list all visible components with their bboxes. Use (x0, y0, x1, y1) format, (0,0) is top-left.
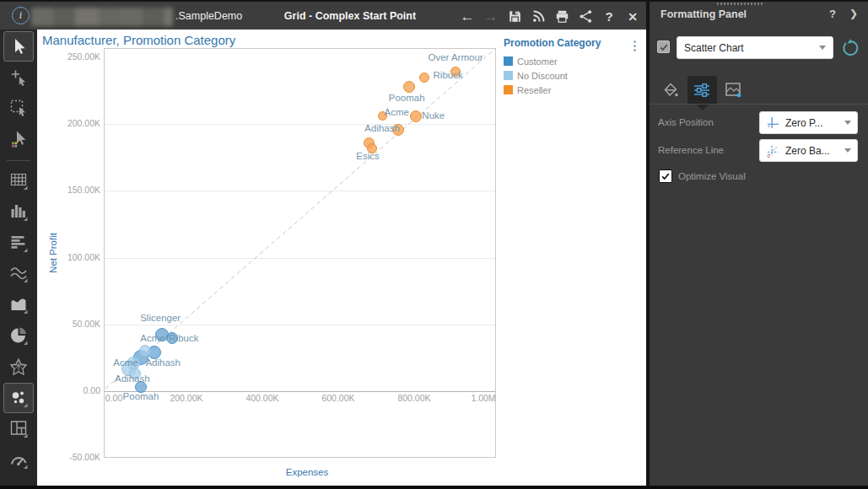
chart-title: Manufacturer, Promotion Category (42, 33, 235, 47)
rectangle-select-tool[interactable] (3, 93, 34, 123)
scatter-point-reseller[interactable] (367, 143, 377, 153)
paint-tab[interactable] (660, 79, 680, 99)
panel-title: Formatting Panel (660, 8, 747, 20)
legend-swatch (504, 71, 513, 80)
gauge-widget[interactable] (3, 444, 34, 475)
y-tick-label: 50.00K (41, 319, 100, 329)
treemap-widget-icon (8, 418, 29, 438)
rectangle-select-tool-icon (8, 98, 29, 118)
back-icon[interactable]: ← (458, 8, 477, 26)
legend-options-menu-icon[interactable] (633, 40, 636, 51)
x-axis-title: Expenses (248, 467, 366, 477)
chart-type-enabled-checkbox[interactable] (657, 40, 670, 53)
scatter-point-ribuck[interactable] (166, 332, 178, 344)
y-tick-label: 100.00K (41, 252, 100, 262)
multi-select-tool-icon (8, 129, 29, 149)
area-chart-widget[interactable] (3, 289, 34, 320)
zero-based-line-icon: 0 (766, 143, 780, 158)
axis-position-dropdown[interactable]: Zero P... (759, 111, 858, 134)
scatter-point-acme[interactable] (378, 111, 387, 121)
legend-label: Reseller (517, 85, 551, 95)
scatter-chart-widget-icon (8, 388, 29, 408)
scatter-point-adihash[interactable] (392, 124, 404, 136)
document-title: Grid - Complex Start Point (278, 10, 422, 22)
panel-collapse-icon[interactable]: ❯ (849, 8, 858, 19)
grid-widget[interactable] (3, 165, 34, 196)
pie-chart-widget[interactable] (3, 320, 34, 351)
legend-item-no-discount[interactable]: No Discount (504, 68, 630, 83)
chart-type-value: Scatter Chart (684, 42, 814, 54)
line-chart-widget-icon (8, 263, 29, 283)
x-tick-label: 0.00 (84, 393, 143, 403)
add-pointer-tool-icon (8, 67, 29, 88)
formatting-panel: Formatting Panel ? ❯ Scatter Chart (646, 0, 868, 486)
reference-line-value: Zero Ba... (785, 145, 839, 157)
x-tick-label: 800.00K (385, 393, 444, 403)
hbar-chart-widget-icon (8, 233, 29, 253)
title-bar: i .SampleDemo Grid - Complex Start Point… (0, 0, 646, 30)
svg-text:0: 0 (767, 153, 770, 158)
panel-grip[interactable] (717, 3, 763, 5)
scatter-point-poomah[interactable] (403, 81, 415, 93)
chart-type-dropdown[interactable]: Scatter Chart (677, 36, 833, 59)
x-tick-label: 1.00M (454, 393, 513, 403)
optimize-visual-checkbox[interactable] (659, 169, 672, 183)
forward-icon[interactable]: → (482, 8, 500, 26)
x-tick-label: 400.00K (233, 393, 292, 403)
x-tick-label: 600.00K (309, 393, 368, 403)
pie-chart-widget-icon (8, 325, 29, 346)
share-icon[interactable] (576, 8, 595, 26)
scatter-point-ribuck[interactable] (419, 73, 429, 83)
save-icon[interactable] (505, 8, 524, 26)
legend-item-customer[interactable]: Customer (504, 54, 630, 68)
app-window: i .SampleDemo Grid - Complex Start Point… (0, 0, 868, 489)
y-tick-label: 250.00K (41, 51, 100, 62)
help-icon[interactable]: ? (600, 8, 618, 26)
style-paint-icon (723, 79, 743, 99)
options-tab[interactable] (687, 76, 717, 105)
reference-line-dropdown[interactable]: 0 Zero Ba... (759, 139, 858, 162)
reset-icon (841, 39, 860, 57)
bar-chart-widget-icon (8, 202, 29, 222)
reset-button[interactable] (841, 39, 860, 57)
chevron-down-icon (819, 46, 826, 50)
info-icon[interactable]: i (12, 7, 30, 24)
selected-tab-notch (697, 105, 709, 110)
titlebar-actions: ←→?✕ (458, 2, 642, 31)
redacted-text-block (31, 8, 173, 26)
zero-axis-icon (766, 116, 780, 130)
polar-chart-widget[interactable] (3, 352, 34, 382)
optimize-visual-label: Optimize Visual (678, 171, 746, 181)
line-chart-widget[interactable] (3, 258, 34, 288)
scatter-point-nuke[interactable] (410, 110, 422, 122)
scatter-chart-widget[interactable] (3, 383, 34, 413)
legend-label: Customer (517, 56, 558, 67)
bar-chart-widget[interactable] (3, 196, 34, 227)
legend-swatch (504, 85, 513, 94)
check-icon (659, 42, 669, 52)
data-feed-icon[interactable] (529, 8, 547, 26)
pointer-tool[interactable] (3, 31, 34, 62)
x-tick-label: 200.00K (157, 393, 216, 403)
axis-position-value: Zero P... (785, 117, 839, 129)
panel-help-icon[interactable]: ? (829, 8, 836, 20)
close-icon[interactable]: ✕ (623, 8, 642, 26)
app-name: .SampleDemo (175, 10, 242, 22)
legend-title: Promotion Category (504, 37, 630, 49)
grid-widget-icon (8, 170, 29, 191)
style-tab[interactable] (723, 79, 743, 99)
area-chart-widget-icon (8, 294, 29, 314)
pointer-tool-icon (8, 36, 29, 56)
hbar-chart-widget[interactable] (3, 228, 34, 258)
widget-toolbox (0, 30, 37, 486)
check-icon (660, 171, 671, 181)
legend-label: No Discount (517, 71, 568, 81)
sliders-icon (692, 80, 712, 100)
add-pointer-tool[interactable] (3, 62, 34, 93)
treemap-widget[interactable] (3, 413, 34, 443)
legend-item-reseller[interactable]: Reseller (504, 83, 630, 97)
axis-position-label: Axis Position (658, 117, 714, 127)
multi-select-tool[interactable] (3, 124, 34, 154)
print-icon[interactable] (553, 8, 571, 26)
toolbox-divider (7, 160, 30, 161)
